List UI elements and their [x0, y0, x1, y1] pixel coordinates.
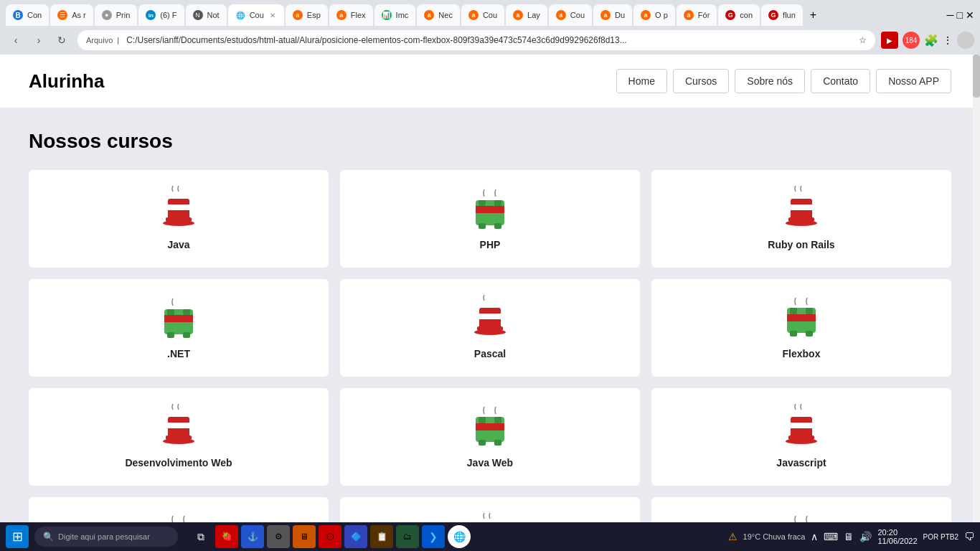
back-button[interactable]: ‹	[6, 30, 26, 50]
url-bar[interactable]: Arquivo | C:/Users/ianff/Documents/estud…	[77, 30, 875, 50]
svg-rect-17	[183, 309, 190, 315]
more-options-icon[interactable]: ⋮	[943, 34, 953, 46]
taskbar-app-6[interactable]: 🔷	[344, 525, 367, 548]
tab-for[interactable]: a Fór	[677, 4, 717, 26]
svg-rect-6	[479, 200, 486, 206]
svg-rect-5	[476, 206, 504, 213]
tab-active[interactable]: 🌐 Cou ✕	[228, 4, 284, 26]
nav-contato[interactable]: Contato	[811, 69, 870, 93]
tab-gflun[interactable]: G flun	[761, 4, 803, 26]
scrollbar-thumb[interactable]	[973, 55, 980, 98]
taskbar-clock: 20:20 11/06/2022	[877, 528, 917, 545]
svg-rect-38	[479, 440, 486, 446]
tab-imc[interactable]: 📊 Imc	[374, 4, 416, 26]
site-logo: Alurinha	[29, 70, 104, 93]
course-name-php: PHP	[480, 239, 501, 250]
course-card-ruby[interactable]: Ruby on Rails	[651, 170, 951, 268]
tab-op[interactable]: a O p	[633, 4, 675, 26]
tab-cou2[interactable]: a Cou	[549, 4, 592, 26]
course-card-dotnet[interactable]: .NET	[29, 279, 329, 377]
svg-rect-29	[806, 331, 813, 336]
course-name-javaweb: Java Web	[467, 457, 513, 468]
course-card-pascal[interactable]: Pascal	[340, 279, 640, 377]
taskbar-app-vscode[interactable]: ❯	[422, 525, 445, 548]
taskbar-sound-icon[interactable]: 🔊	[859, 531, 872, 542]
svg-rect-11	[791, 204, 812, 210]
svg-rect-35	[476, 423, 504, 430]
start-button[interactable]: ⊞	[6, 525, 29, 548]
tab-prin[interactable]: ● Prin	[95, 4, 138, 26]
taskbar-search-text: Digite aqui para pesquisar	[58, 532, 150, 541]
course-name-flexbox: Flexbox	[783, 348, 821, 359]
taskbar-app-1[interactable]: 🍓	[215, 525, 238, 548]
taskbar-notification-icon[interactable]: 🗨	[964, 531, 974, 542]
site-nav: Home Cursos Sobre nós Contato Nosso APP	[616, 69, 951, 93]
nav-home[interactable]: Home	[616, 69, 667, 93]
svg-rect-37	[494, 417, 501, 423]
url-prefix: Arquivo	[86, 36, 113, 44]
svg-rect-39	[494, 440, 501, 446]
taskbar-warning-icon: ⚠	[728, 531, 738, 542]
taskbar-locale: POR PTB2	[923, 532, 958, 542]
taskbar-app-8[interactable]: 🗂	[396, 525, 419, 548]
avatar[interactable]	[957, 32, 974, 49]
taskbar-app-4[interactable]: 🖥	[293, 525, 316, 548]
taskbar-search-bar[interactable]: 🔍 Digite aqui para pesquisar	[34, 527, 178, 547]
tab-flex[interactable]: a Flex	[329, 4, 373, 26]
taskbar-app-7[interactable]: 📋	[370, 525, 393, 548]
extensions-icon[interactable]: 🧩	[924, 34, 938, 47]
course-icon-devweb	[157, 405, 200, 448]
new-tab-button[interactable]: +	[807, 6, 819, 24]
course-icon-ruby	[780, 187, 823, 230]
course-icon-flexbox	[780, 296, 823, 339]
tab-cou1[interactable]: a Cou	[461, 4, 504, 26]
tab-du[interactable]: a Du	[593, 4, 632, 26]
maximize-button[interactable]: □	[957, 9, 963, 21]
course-card-devweb[interactable]: Desenvolvimento Web	[29, 388, 329, 486]
youtube-icon[interactable]: ▶	[881, 32, 898, 49]
svg-rect-21	[479, 314, 501, 319]
course-card-java[interactable]: Java	[29, 170, 329, 268]
browser-toolbar: ▶ 184 🧩 ⋮	[881, 32, 974, 49]
nav-sobre[interactable]: Sobre nós	[735, 69, 805, 93]
address-bar: ‹ › ↻ Arquivo | C:/Users/ianff/Documents…	[0, 26, 980, 55]
taskbar-date: 11/06/2022	[877, 537, 917, 545]
course-card-php[interactable]: PHP	[340, 170, 640, 268]
taskbar-app-3[interactable]: ⚙	[267, 525, 290, 548]
course-card-javascript[interactable]: Javascript	[651, 388, 951, 486]
tab-asr[interactable]: ☰ As r	[50, 4, 93, 26]
taskbar-app-5[interactable]: ⬡	[319, 525, 341, 548]
taskbar-up-arrow[interactable]: ∧	[811, 531, 818, 542]
course-card-flexbox[interactable]: Flexbox	[651, 279, 951, 377]
tab-lay[interactable]: a Lay	[506, 4, 547, 26]
taskbar-app-2[interactable]: ⚓	[241, 525, 264, 548]
nav-cursos[interactable]: Cursos	[673, 69, 729, 93]
nav-app[interactable]: Nosso APP	[876, 69, 951, 93]
course-name-pascal: Pascal	[474, 348, 506, 359]
browser-chrome: B Con ☰ As r ● Prin in (6) F N Not 🌐 Cou…	[0, 0, 980, 55]
bookmark-icon[interactable]: ☆	[859, 35, 867, 45]
forward-button[interactable]: ›	[29, 30, 49, 50]
svg-point-33	[163, 438, 194, 444]
course-card-javaweb[interactable]: Java Web	[340, 388, 640, 486]
tab-com[interactable]: B Con	[6, 4, 49, 26]
tab-notion[interactable]: N Not	[186, 4, 227, 26]
tab-gcon[interactable]: G con	[718, 4, 760, 26]
svg-rect-27	[806, 308, 813, 314]
reload-button[interactable]: ↻	[52, 30, 72, 50]
taskbar-app-chrome[interactable]: 🌐	[448, 525, 471, 548]
taskview-button[interactable]: ⧉	[189, 525, 212, 548]
tab-linkedin[interactable]: in (6) F	[138, 4, 184, 26]
svg-rect-9	[494, 223, 501, 229]
extension-icon-red[interactable]: 184	[903, 32, 920, 49]
tab-close-icon[interactable]: ✕	[268, 10, 277, 21]
minimize-button[interactable]: ─	[947, 9, 954, 21]
svg-rect-25	[787, 314, 816, 321]
tab-esp[interactable]: a Esp	[286, 4, 328, 26]
course-icon-php	[468, 187, 512, 230]
svg-rect-36	[479, 417, 486, 423]
course-icon-java	[157, 187, 200, 230]
tab-nec[interactable]: a Nec	[417, 4, 460, 26]
svg-rect-1	[168, 204, 189, 210]
close-button[interactable]: ✕	[966, 9, 974, 21]
